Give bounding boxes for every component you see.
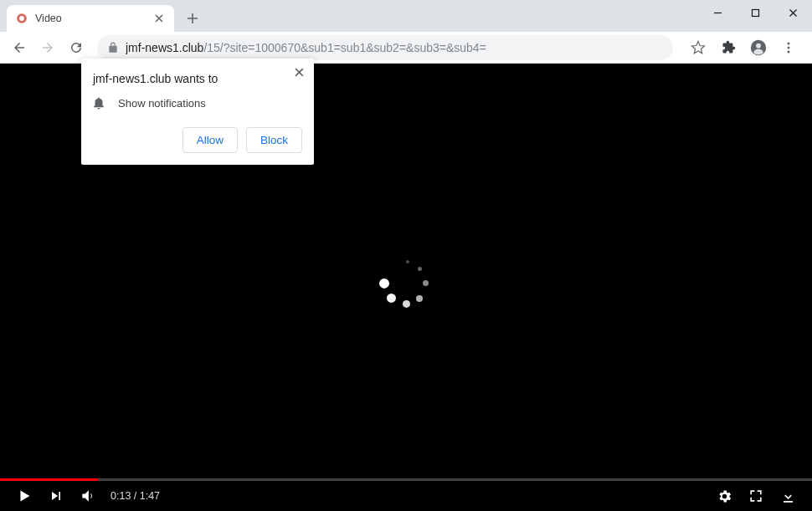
tab-close-icon[interactable] bbox=[152, 12, 166, 25]
settings-icon[interactable] bbox=[712, 483, 737, 508]
extensions-icon[interactable] bbox=[717, 36, 740, 59]
svg-point-4 bbox=[756, 43, 761, 48]
lock-icon bbox=[107, 42, 119, 54]
fullscreen-button[interactable] bbox=[743, 483, 768, 508]
next-button[interactable] bbox=[44, 483, 69, 508]
profile-icon[interactable] bbox=[747, 36, 770, 59]
time-display: 0:13 / 1:47 bbox=[110, 490, 160, 502]
volume-button[interactable] bbox=[75, 483, 100, 508]
svg-rect-2 bbox=[753, 9, 759, 16]
url-text: jmf-news1.club/15/?site=1000670&sub1=sub… bbox=[126, 41, 486, 54]
window-titlebar: Video bbox=[0, 0, 812, 32]
svg-point-1 bbox=[19, 16, 24, 21]
permission-prompt: jmf-news1.club wants to Show notificatio… bbox=[81, 59, 314, 165]
address-bar[interactable]: jmf-news1.club/15/?site=1000670&sub1=sub… bbox=[97, 35, 673, 60]
window-controls bbox=[699, 0, 812, 25]
play-button[interactable] bbox=[12, 483, 37, 508]
svg-point-6 bbox=[788, 46, 790, 49]
reload-button[interactable] bbox=[64, 35, 89, 60]
allow-button[interactable]: Allow bbox=[182, 127, 238, 153]
tab-title: Video bbox=[35, 13, 152, 24]
tab-favicon bbox=[15, 12, 28, 25]
permission-close-icon[interactable] bbox=[290, 64, 307, 80]
maximize-button[interactable] bbox=[737, 0, 774, 25]
svg-point-5 bbox=[788, 42, 790, 44]
bell-icon bbox=[91, 95, 106, 110]
forward-button bbox=[35, 35, 60, 60]
download-button[interactable] bbox=[775, 483, 800, 508]
loading-spinner bbox=[379, 256, 433, 309]
back-button[interactable] bbox=[7, 35, 32, 60]
new-tab-button[interactable] bbox=[181, 7, 204, 30]
menu-icon[interactable] bbox=[777, 36, 800, 59]
svg-point-7 bbox=[788, 50, 790, 53]
permission-title: jmf-news1.club wants to bbox=[93, 72, 302, 85]
minimize-button[interactable] bbox=[699, 0, 737, 25]
close-window-button[interactable] bbox=[774, 0, 812, 25]
permission-row: Show notifications bbox=[93, 95, 302, 110]
permission-item-label: Show notifications bbox=[118, 97, 206, 110]
bookmark-star-icon[interactable] bbox=[686, 36, 710, 59]
browser-tab[interactable]: Video bbox=[7, 5, 174, 32]
toolbar-right bbox=[681, 36, 805, 59]
block-button[interactable]: Block bbox=[246, 127, 302, 153]
player-controls: 0:13 / 1:47 bbox=[0, 481, 812, 511]
